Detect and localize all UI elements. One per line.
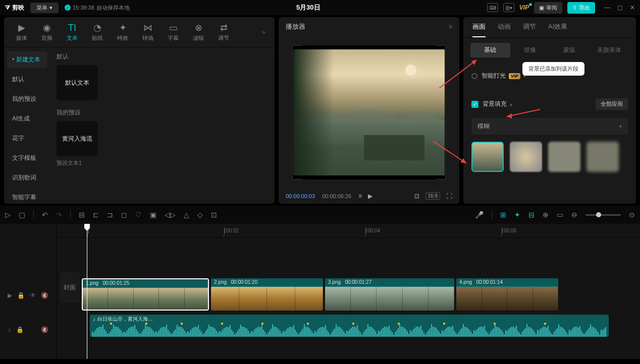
align-button[interactable]: ⊕ bbox=[543, 211, 549, 219]
inspector-subtab-3[interactable]: 美颜美体 bbox=[590, 43, 629, 57]
inspector-subtab-0[interactable]: 基础 bbox=[470, 43, 510, 57]
asset-tab-4[interactable]: ✦特效 bbox=[110, 20, 135, 44]
blur-preset-2[interactable] bbox=[510, 142, 542, 172]
split-right-button[interactable]: ⊐ bbox=[107, 211, 113, 219]
video-clip-3[interactable]: 4.png 00:00:01:14 bbox=[456, 278, 558, 311]
undo-button[interactable]: ↶ bbox=[42, 211, 48, 219]
link-button[interactable]: ⊟ bbox=[528, 211, 535, 219]
track-type-icon[interactable]: ♪ bbox=[8, 326, 11, 333]
sidebar-item-7[interactable]: 智能字幕 bbox=[7, 189, 47, 206]
asset-tab-1[interactable]: ◉音频 bbox=[34, 20, 60, 44]
ruler-tick: ┃00:02 bbox=[223, 228, 239, 233]
blur-preset-4[interactable] bbox=[586, 142, 619, 172]
asset-tab-7[interactable]: ⊗滤镜 bbox=[186, 20, 211, 44]
apply-all-button[interactable]: 全部应用 bbox=[596, 98, 628, 110]
video-track: 1.png 00:00:01:252.png 00:00:01:203.png … bbox=[57, 278, 640, 313]
audio-clip[interactable]: ♪ 白日依山尽，黄河入海… bbox=[90, 315, 609, 337]
player-title: 播放器 bbox=[286, 22, 305, 31]
sidebar-item-4[interactable]: 花字 bbox=[7, 130, 47, 147]
checkbox-on-icon[interactable]: ✓ bbox=[471, 101, 478, 108]
vip-badge[interactable]: VIP bbox=[519, 4, 529, 11]
reverse-button[interactable]: ◁▷ bbox=[165, 211, 176, 219]
blur-preset-3[interactable] bbox=[548, 142, 580, 172]
sidebar-item-5[interactable]: 文字模板 bbox=[7, 150, 47, 166]
tab-icon: ⊗ bbox=[195, 22, 202, 33]
minimize-button[interactable]: — bbox=[604, 4, 610, 11]
inspector-subtab-1[interactable]: 抠像 bbox=[510, 43, 550, 57]
freeze-button[interactable]: ▣ bbox=[150, 211, 156, 219]
text-card-preset[interactable]: 黄河入海流 bbox=[57, 121, 98, 156]
asset-tab-6[interactable]: ▭字幕 bbox=[161, 20, 186, 44]
split-button[interactable]: ⊟ bbox=[79, 211, 85, 219]
mirror-button[interactable]: △ bbox=[184, 211, 189, 219]
sidebar-item-2[interactable]: 我的预设 bbox=[7, 91, 47, 107]
timeline: ▶ 🔒 👁 🔇 ♪ 🔒 🔇 ┃ ┃00:02┃00:04┃00:06 1.png… bbox=[0, 224, 640, 359]
inspector-tab-3[interactable]: AI效果 bbox=[548, 22, 567, 37]
inspector-subtab-2[interactable]: 蒙版 bbox=[550, 43, 590, 57]
timeline-main[interactable]: ┃ ┃00:02┃00:04┃00:06 1.png 00:00:01:252.… bbox=[57, 224, 640, 359]
prev-frame-button[interactable]: ≡ bbox=[358, 193, 362, 200]
inspector-tab-1[interactable]: 动画 bbox=[498, 22, 511, 37]
sidebar-item-1[interactable]: 默认 bbox=[7, 71, 47, 88]
zoom-out-button[interactable]: ⊖ bbox=[571, 211, 577, 219]
zoom-slider[interactable] bbox=[585, 214, 621, 216]
menu-button[interactable]: 菜单 ▾ bbox=[30, 3, 59, 13]
pointer-tool[interactable]: ▷ bbox=[5, 211, 11, 219]
keyboard-icon[interactable]: ⌨ bbox=[487, 3, 498, 12]
tab-label: 媒体 bbox=[16, 34, 27, 42]
mute-icon[interactable]: 🔇 bbox=[41, 326, 48, 333]
export-button[interactable]: ⇧ 导出 bbox=[567, 2, 595, 14]
asset-tab-2[interactable]: TI文本 bbox=[60, 21, 85, 44]
sidebar-item-6[interactable]: 识别歌词 bbox=[7, 169, 47, 186]
text-card-default[interactable]: 默认文本 bbox=[57, 65, 98, 100]
cover-button[interactable]: 封面 bbox=[60, 272, 80, 303]
review-button[interactable]: ▣ 审阅 bbox=[534, 2, 562, 14]
video-clip-1[interactable]: 2.png 00:00:01:20 bbox=[211, 278, 323, 311]
safe-zone-button[interactable]: ⊡ bbox=[414, 193, 419, 200]
player-menu-icon[interactable]: ≡ bbox=[449, 23, 452, 30]
magnetic-button[interactable]: ✦ bbox=[514, 211, 520, 219]
sidebar-item-0[interactable]: • 新建文本 bbox=[7, 51, 47, 68]
asset-tab-8[interactable]: ⇄调节 bbox=[211, 20, 236, 44]
toggle-off-icon[interactable] bbox=[471, 73, 477, 79]
playhead[interactable] bbox=[87, 224, 87, 359]
mic-button[interactable]: 🎤 bbox=[475, 211, 484, 219]
video-clip-0[interactable]: 1.png 00:00:01:25 bbox=[82, 278, 209, 311]
redo-button[interactable]: ↷ bbox=[56, 211, 62, 219]
close-button[interactable]: ✕ bbox=[630, 4, 635, 11]
video-clip-2[interactable]: 3.png 00:00:01:27 bbox=[325, 278, 454, 311]
zoom-fit-button[interactable]: ⊙ bbox=[629, 211, 635, 219]
split-left-button[interactable]: ⊏ bbox=[93, 211, 99, 219]
blur-preset-1[interactable] bbox=[471, 142, 504, 172]
mark-button[interactable]: ♡ bbox=[135, 211, 142, 219]
asset-tab-3[interactable]: ◔贴纸 bbox=[85, 20, 110, 44]
clip-name: 4.png bbox=[459, 279, 472, 285]
crop2-button[interactable]: ⊡ bbox=[211, 211, 217, 219]
track-type-icon[interactable]: ▶ bbox=[8, 292, 12, 299]
timeline-ruler[interactable]: ┃ ┃00:02┃00:04┃00:06 bbox=[57, 224, 640, 238]
left-body: • 新建文本默认我的预设AI生成花字文字模板识别歌词智能字幕 默认 默认文本 我… bbox=[4, 47, 275, 210]
layout-icon[interactable]: ▥▾ bbox=[503, 3, 514, 12]
sidebar-item-3[interactable]: AI生成 bbox=[7, 110, 47, 127]
mute-icon[interactable]: 🔇 bbox=[41, 292, 48, 299]
lock-icon[interactable]: 🔒 bbox=[16, 326, 24, 333]
asset-tab-5[interactable]: ⋈转场 bbox=[135, 20, 161, 44]
aspect-ratio-button[interactable]: 16:9 bbox=[425, 192, 440, 200]
preview-frame[interactable] bbox=[292, 45, 446, 179]
inspector-tab-0[interactable]: 画面 bbox=[472, 22, 486, 37]
tab-icon: ⋈ bbox=[143, 22, 152, 33]
visibility-icon[interactable]: 👁 bbox=[30, 292, 36, 299]
blur-select[interactable]: 模糊 ▾ bbox=[471, 118, 628, 135]
tabs-more-button[interactable]: » bbox=[258, 27, 270, 38]
fullscreen-button[interactable]: ⛶ bbox=[446, 193, 452, 200]
maximize-button[interactable]: ▢ bbox=[617, 4, 623, 11]
play-button[interactable]: ▶ bbox=[368, 193, 372, 200]
asset-tab-0[interactable]: ▶媒体 bbox=[9, 20, 34, 44]
rotate-button[interactable]: ◇ bbox=[197, 211, 203, 219]
inspector-tab-2[interactable]: 调节 bbox=[523, 22, 536, 37]
lock-icon[interactable]: 🔒 bbox=[17, 292, 25, 299]
preview-button[interactable]: ▭ bbox=[557, 211, 563, 219]
select-tool[interactable]: ▢ bbox=[19, 211, 25, 219]
crop-button[interactable]: ◻ bbox=[121, 211, 127, 219]
snap-button[interactable]: ⊞ bbox=[500, 211, 506, 219]
